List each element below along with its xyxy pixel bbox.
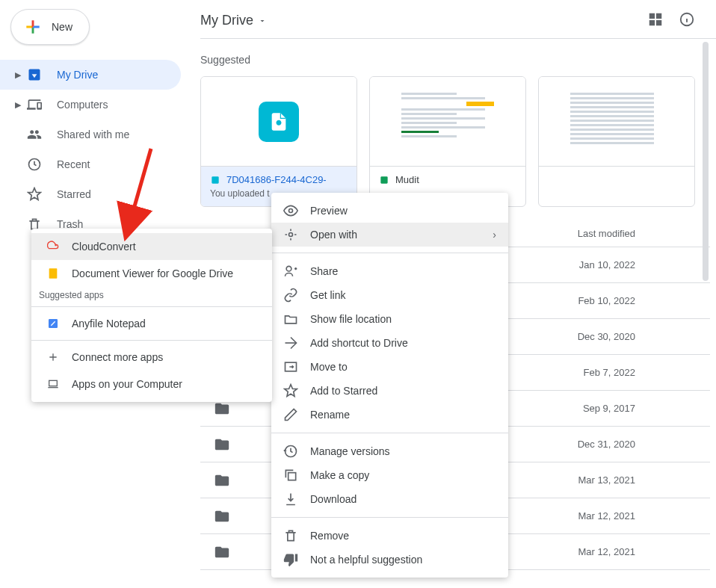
folder-icon [214, 472, 230, 489]
laptop-icon [46, 377, 60, 391]
scrollbar[interactable] [703, 42, 709, 580]
nav-item-shared[interactable]: Shared with me [0, 120, 181, 149]
submenu-item-anyfile[interactable]: Anyfile Notepad [31, 310, 272, 337]
folder-icon [214, 544, 230, 560]
sheets-icon [379, 175, 389, 185]
separator [31, 340, 272, 341]
star-icon [25, 187, 43, 202]
grid-view-icon[interactable] [647, 11, 664, 30]
menu-item-remove[interactable]: Remove [271, 524, 508, 548]
separator [271, 433, 508, 433]
suggested-heading: Suggested [200, 54, 716, 66]
submenu-item-apps-computer[interactable]: Apps on your Computer [31, 371, 272, 397]
open-with-icon [283, 227, 298, 242]
trash-icon [283, 528, 298, 543]
svg-point-5 [289, 233, 293, 237]
chevron-right-icon: ▶ [13, 100, 22, 110]
thumb-down-icon [283, 552, 298, 567]
menu-item-manage-versions[interactable]: Manage versions [271, 439, 508, 463]
audio-file-icon [259, 102, 299, 142]
separator [31, 306, 272, 307]
history-icon [283, 444, 298, 459]
submenu-item-doc-viewer[interactable]: Document Viewer for Google Drive [31, 260, 272, 287]
people-icon [25, 127, 43, 142]
svg-rect-8 [288, 473, 296, 480]
anyfile-icon [46, 317, 60, 330]
menu-item-make-copy[interactable]: Make a copy [271, 463, 508, 487]
svg-rect-9 [49, 268, 58, 278]
folder-outline-icon [283, 312, 298, 327]
download-icon [283, 492, 298, 507]
submenu-suggested-heading: Suggested apps [31, 287, 272, 303]
nav-label: My Drive [57, 69, 98, 81]
nav: ▶ My Drive ▶ Computers Shared with me Re… [0, 60, 181, 239]
menu-item-show-location[interactable]: Show file location [271, 307, 508, 331]
plus-icon [46, 350, 60, 364]
cloudconvert-icon [46, 240, 60, 253]
nav-item-computers[interactable]: ▶ Computers [0, 90, 181, 120]
move-icon [283, 359, 298, 374]
nav-item-starred[interactable]: Starred [0, 179, 181, 209]
menu-item-add-starred[interactable]: Add to Starred [271, 379, 508, 403]
menu-item-download[interactable]: Download [271, 487, 508, 511]
suggested-card[interactable]: Mudit [369, 76, 526, 207]
nav-item-recent[interactable]: Recent [0, 149, 181, 179]
shortcut-icon [283, 335, 298, 350]
separator [271, 517, 508, 518]
drive-icon [25, 67, 43, 82]
suggested-card[interactable]: 7D041686-F244-4C29- You uploaded t [200, 76, 357, 207]
separator [271, 253, 508, 253]
folder-icon [214, 508, 230, 524]
chevron-down-icon [258, 16, 267, 25]
context-menu: Preview Open with› Share Get link Show f… [271, 193, 508, 578]
person-add-icon [283, 264, 298, 279]
audio-icon [210, 175, 220, 185]
menu-item-not-helpful[interactable]: Not a helpful suggestion [271, 548, 508, 572]
page-title[interactable]: My Drive [200, 13, 267, 28]
submenu-item-connect-apps[interactable]: Connect more apps [31, 344, 272, 371]
clock-icon [25, 157, 43, 172]
nav-item-my-drive[interactable]: ▶ My Drive [0, 60, 181, 90]
menu-item-rename[interactable]: Rename [271, 403, 508, 427]
folder-icon [214, 400, 230, 417]
menu-item-share[interactable]: Share [271, 259, 508, 283]
doc-viewer-icon [46, 267, 60, 280]
svg-point-6 [286, 266, 291, 271]
svg-point-4 [289, 209, 293, 213]
folder-icon [214, 436, 230, 453]
link-icon [283, 288, 298, 303]
nav-label: Computers [57, 99, 108, 111]
submenu-item-cloudconvert[interactable]: CloudConvert [31, 233, 272, 260]
new-button[interactable]: New [10, 9, 90, 45]
star-icon [283, 383, 298, 398]
chevron-right-icon: › [493, 229, 496, 241]
suggested-row: 7D041686-F244-4C29- You uploaded t Mudit [200, 76, 716, 207]
open-with-submenu: CloudConvert Document Viewer for Google … [31, 229, 272, 402]
menu-item-add-shortcut[interactable]: Add shortcut to Drive [271, 331, 508, 355]
menu-item-open-with[interactable]: Open with› [271, 223, 508, 247]
computers-icon [25, 97, 43, 112]
new-button-label: New [52, 21, 72, 33]
menu-item-get-link[interactable]: Get link [271, 283, 508, 307]
info-icon[interactable] [679, 11, 695, 30]
svg-rect-11 [49, 380, 58, 386]
title-bar: My Drive [200, 3, 716, 39]
svg-rect-3 [380, 176, 387, 183]
pencil-icon [283, 407, 298, 422]
nav-label: Starred [57, 188, 91, 200]
nav-label: Recent [57, 158, 90, 170]
plus-icon [23, 17, 43, 37]
svg-rect-2 [212, 176, 218, 183]
chevron-right-icon: ▶ [13, 70, 22, 80]
suggested-card[interactable] [538, 76, 695, 207]
copy-icon [283, 468, 298, 483]
menu-item-preview[interactable]: Preview [271, 199, 508, 223]
nav-label: Shared with me [57, 129, 129, 140]
menu-item-move-to[interactable]: Move to [271, 355, 508, 379]
eye-icon [283, 203, 298, 218]
